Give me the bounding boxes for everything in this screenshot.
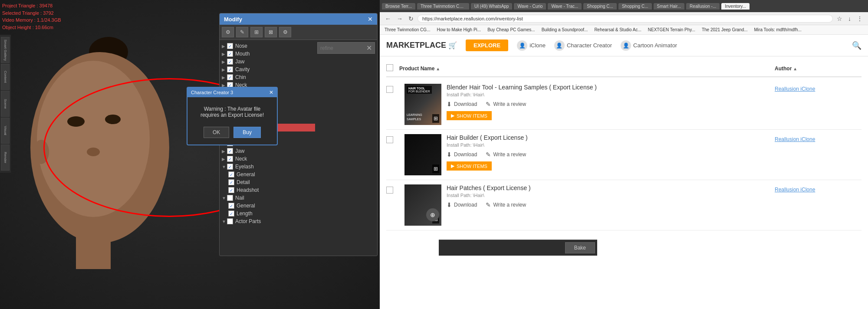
header-checkbox[interactable] (386, 64, 393, 71)
tool-btn-1[interactable]: ⚙ (222, 27, 234, 37)
bookmark-4[interactable]: Rehearsal & Studio Ac... (592, 27, 644, 33)
review-button-0[interactable]: ✎ Write a review (486, 101, 526, 108)
bookmark-6[interactable]: The 2021 Jeep Grand... (699, 27, 750, 33)
th-author[interactable]: Author ▲ (775, 66, 861, 72)
character-creator-icon: 👤 (554, 40, 565, 51)
tree-item-jaw-top[interactable]: ▶ ✓ Jaw (220, 58, 315, 66)
product-author-0[interactable]: Reallusion iClone (775, 84, 861, 92)
tree-item-eyelash[interactable]: ▼ ✓ Eyelash (220, 163, 315, 171)
browser-back-button[interactable]: ← (383, 14, 393, 23)
download-button-1[interactable]: ⬇ Download (447, 151, 477, 158)
product-check-1[interactable] (386, 136, 393, 143)
tree-item-nail-length[interactable]: ✓ Length (220, 210, 315, 217)
tree-item-headshot[interactable]: ✓ Headshot (220, 186, 315, 194)
show-items-button-1[interactable]: ▶ SHOW ITEMS (447, 161, 492, 171)
tree-item-detail[interactable]: ✓ Detail (220, 178, 315, 186)
nav-link-cartoon-animator[interactable]: 👤 Cartoon Animator (621, 40, 677, 51)
side-toolbar: Smart Gallery Content Scene Visual Rende… (0, 35, 11, 173)
review-button-1[interactable]: ✎ Write a review (486, 151, 526, 158)
url-bar[interactable]: https://marketplace.reallusion.com/inven… (418, 15, 833, 23)
explore-button[interactable]: EXPLORE (466, 39, 508, 51)
th-product-name[interactable]: Product Name ▲ (399, 66, 775, 72)
tree-item-neck-bottom[interactable]: ▶ ✓ Neck (220, 155, 315, 163)
bookmark-3[interactable]: Building a Soundproof... (539, 27, 591, 33)
modify-close-button[interactable]: ✕ (368, 16, 373, 23)
marketplace-logo: MARKETPLACE 🛒 (386, 41, 457, 50)
product-img-expand-1[interactable]: ⊞ (432, 164, 439, 173)
product-check-0[interactable] (386, 86, 393, 93)
search-input[interactable] (320, 45, 366, 51)
tree-item-general[interactable]: ✓ General (220, 171, 315, 178)
product-actions-1: ⬇ Download ✎ Write a review (447, 151, 769, 158)
product-author-1[interactable]: Reallusion iClone (775, 134, 861, 142)
dialog-ok-button[interactable]: OK (204, 127, 229, 138)
tree-item-nail[interactable]: ▼ Nail (220, 194, 315, 202)
sidebar-item-scene[interactable]: Scene (1, 91, 10, 117)
browser-tab-3[interactable]: Wave - Curio (514, 3, 546, 10)
bookmark-1[interactable]: How to Make High Pi... (434, 27, 483, 33)
download-label-0: Download (454, 101, 477, 107)
tree-item-actor-parts[interactable]: ▼ Actor Parts (220, 217, 315, 225)
download-button-0[interactable]: ⬇ Download (447, 101, 477, 108)
download-label-1: Download (454, 151, 477, 158)
nav-link-iclone[interactable]: 👤 iClone (517, 40, 546, 51)
review-label-1: Write a review (493, 151, 526, 158)
dialog-buy-button[interactable]: Buy (233, 127, 261, 138)
bookmark-0[interactable]: Three Twinmotion CG... (382, 27, 433, 33)
tree-item-chin-top[interactable]: ▶ ✓ Chin (220, 73, 315, 81)
tree-item-cavity[interactable]: ▶ ✓ Cavity (220, 66, 315, 73)
browser-tab-1[interactable]: Three Twinmotion CG... (417, 3, 469, 10)
dialog-close-button[interactable]: ✕ (269, 89, 273, 95)
marketplace-search-icon[interactable]: 🔍 (852, 41, 861, 50)
browser-tab-7[interactable]: Smart Hair... (654, 3, 685, 10)
tool-btn-5[interactable]: ⚙ (279, 27, 291, 37)
show-items-button-0[interactable]: ▶ SHOW ITEMS (447, 111, 492, 120)
tree-item-jaw-bottom[interactable]: ▶ ✓ Jaw (220, 147, 315, 155)
product-img-expand-0[interactable]: ⊞ (432, 114, 439, 123)
sidebar-item-render[interactable]: Render (1, 145, 10, 171)
browser-menu-button[interactable]: ⋮ (855, 14, 865, 23)
browser-download-button[interactable]: ↓ (846, 14, 853, 23)
th-checkbox (386, 64, 399, 73)
tool-btn-3[interactable]: ⊞ (250, 27, 263, 37)
download-icon-0: ⬇ (447, 101, 452, 108)
bake-button[interactable]: Bake (565, 242, 595, 253)
browser-tab-2[interactable]: UI (49) WhatsApp (471, 3, 512, 10)
review-label-2: Write a review (493, 202, 526, 208)
tree-item-mouth-top[interactable]: ▶ ✓ Mouth (220, 50, 315, 58)
product-check-2[interactable] (386, 187, 393, 194)
browser-tab-6[interactable]: Shopping C... (618, 3, 652, 10)
tree-item-nose-top[interactable]: ▶ ✓ Nose (220, 42, 315, 50)
review-button-2[interactable]: ✎ Write a review (486, 201, 526, 208)
nav-link-character-creator[interactable]: 👤 Character Creator (554, 40, 612, 51)
svg-rect-7 (76, 226, 111, 269)
browser-tab-0[interactable]: Browse Terr... (382, 3, 415, 10)
product-info-1: Hair Builder ( Export License ) Install … (447, 134, 769, 171)
bookmark-7[interactable]: Mira Tools: mdfth/mdfh... (752, 27, 804, 33)
viewport: Project Triangle : 39478 Selected Triang… (0, 0, 380, 309)
browser-tab-5[interactable]: Shopping C... (583, 3, 617, 10)
sidebar-item-visual[interactable]: Visual (1, 118, 10, 144)
bookmark-5[interactable]: NEXTGEN Terrain Phy... (645, 27, 698, 33)
product-image-2: ⊞ ⊕ (404, 184, 441, 226)
export-dialog: Character Creator 3 ✕ Warning : The Avat… (187, 87, 278, 145)
tool-btn-2[interactable]: ✎ (236, 27, 248, 37)
product-row-hair-patches: ⊞ ⊕ Hair Patches ( Export License ) Inst… (386, 180, 861, 230)
browser-tab-8[interactable]: Reallusion -... (686, 3, 720, 10)
search-clear-icon[interactable]: ✕ (366, 44, 372, 52)
bookmark-2[interactable]: Buy Cheap PC Games... (485, 27, 538, 33)
tree-item-nail-general[interactable]: ✓ General (220, 202, 315, 210)
download-button-2[interactable]: ⬇ Download (447, 201, 477, 208)
browser-reload-button[interactable]: ↻ (407, 14, 415, 23)
sidebar-item-content[interactable]: Content (1, 64, 10, 90)
product-author-2[interactable]: Reallusion iClone (775, 184, 861, 193)
tool-btn-4[interactable]: ⊠ (265, 27, 277, 37)
browser-forward-button[interactable]: → (395, 14, 404, 23)
svg-point-5 (87, 148, 100, 156)
sidebar-item-smart-gallery[interactable]: Smart Gallery (1, 37, 10, 63)
browser-star-button[interactable]: ☆ (835, 14, 844, 23)
product-checkbox-2 (386, 184, 399, 195)
browser-tab-9[interactable]: Inventory... (721, 3, 750, 10)
browser-tab-4[interactable]: Wave - Trac... (548, 3, 582, 10)
product-title-1: Hair Builder ( Export License ) (447, 134, 769, 141)
